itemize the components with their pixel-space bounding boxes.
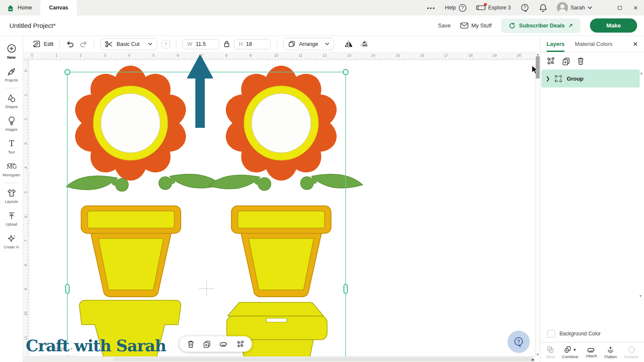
overflow-menu-button[interactable]: ••• bbox=[427, 5, 436, 11]
delete-icon[interactable] bbox=[187, 340, 194, 348]
contour-button: Contour bbox=[624, 346, 639, 359]
ruler-number: 15 bbox=[395, 53, 400, 57]
duplicate-layer-icon[interactable] bbox=[562, 57, 570, 65]
horizontal-scrollbar[interactable]: ▶ bbox=[23, 356, 535, 362]
ruler-number: 3 bbox=[24, 140, 28, 147]
tab-canvas[interactable]: Canvas bbox=[40, 0, 76, 15]
flower-shape-right[interactable] bbox=[222, 66, 341, 181]
user-name: Sarah bbox=[571, 5, 585, 11]
redo-button[interactable] bbox=[79, 40, 88, 48]
flip-horizontal-icon[interactable] bbox=[344, 40, 353, 48]
delete-layer-icon[interactable] bbox=[577, 57, 584, 65]
arrange-select[interactable]: Arrange bbox=[283, 38, 334, 50]
horizontal-scrollbar-thumb[interactable] bbox=[113, 358, 532, 361]
ruler-number: 7 bbox=[24, 237, 28, 244]
ruler-number: 2 bbox=[79, 53, 82, 57]
operation-type-select[interactable]: Basic Cut bbox=[100, 38, 157, 50]
app-logo-icon bbox=[7, 4, 14, 12]
weld-icon[interactable] bbox=[237, 340, 244, 348]
leaf-shape[interactable] bbox=[159, 174, 221, 190]
my-stuff-button[interactable]: My Stuff bbox=[460, 22, 492, 29]
make-button[interactable]: Make bbox=[590, 18, 637, 33]
left-sidebar: New Projects Shapes Images T Text MG Mon… bbox=[0, 36, 23, 362]
attach-button[interactable]: Attach bbox=[586, 347, 597, 358]
group-weld-icon[interactable] bbox=[547, 57, 555, 65]
svg-text:?: ? bbox=[523, 5, 526, 10]
help-circle-icon: ? bbox=[459, 4, 467, 12]
slice-icon bbox=[547, 346, 554, 353]
slice-button: Slice bbox=[546, 346, 555, 359]
watermark: Craft with Sarah bbox=[26, 336, 166, 355]
help-bubble-button[interactable]: ? bbox=[507, 331, 530, 353]
sidebar-item-shapes[interactable]: Shapes bbox=[0, 90, 23, 113]
edit-toolbar: Edit Basic Cut ? W bbox=[23, 36, 540, 52]
pot-shape-left[interactable] bbox=[81, 206, 181, 297]
question-bubble-icon: ? bbox=[513, 336, 524, 347]
tab-layers[interactable]: Layers bbox=[547, 36, 565, 52]
height-input[interactable] bbox=[246, 41, 265, 47]
help-menu[interactable]: Help ? bbox=[445, 4, 467, 12]
duplicate-icon[interactable] bbox=[203, 340, 211, 348]
window-close-button[interactable]: ✕ bbox=[633, 5, 638, 11]
feedback-icon[interactable]: ? bbox=[520, 3, 529, 12]
notifications-bell-icon[interactable] bbox=[539, 3, 547, 12]
lock-icon[interactable] bbox=[224, 40, 230, 48]
machine-status[interactable]: Explore 3 bbox=[476, 4, 511, 11]
undo-button[interactable] bbox=[66, 40, 75, 48]
slot-cutout bbox=[266, 318, 287, 322]
caret-down-icon: ▼ bbox=[573, 347, 577, 352]
selection-handle-top-left[interactable] bbox=[65, 69, 70, 75]
sidebar-item-images[interactable]: Images bbox=[0, 113, 23, 136]
sidebar-item-text[interactable]: T Text bbox=[0, 136, 23, 158]
background-color-swatch[interactable] bbox=[547, 330, 555, 338]
width-field[interactable]: W bbox=[182, 39, 219, 49]
flatten-button[interactable]: Flatten bbox=[605, 346, 617, 359]
expand-chevron-icon[interactable]: ❯ bbox=[546, 75, 550, 81]
flip-vertical-icon[interactable] bbox=[360, 40, 368, 48]
ruler-number: 1 bbox=[55, 53, 58, 57]
ruler-horizontal: 0 1 2 3 4 5 6 7 8 9 10 11 12 13 14 15 16… bbox=[23, 52, 535, 60]
arrow-shape[interactable] bbox=[186, 54, 214, 128]
edit-button[interactable]: Edit bbox=[33, 40, 53, 48]
sparkle-icon bbox=[6, 233, 17, 244]
window-controls: ✕ bbox=[606, 5, 638, 11]
ruler-number: 17 bbox=[444, 53, 448, 57]
design-canvas[interactable] bbox=[29, 60, 535, 356]
selection-handle-mid-right[interactable] bbox=[344, 284, 347, 293]
layer-row-group[interactable]: ❯ Group bbox=[541, 69, 640, 87]
leaf-shape[interactable] bbox=[209, 175, 271, 190]
selection-handle-top-right[interactable] bbox=[343, 69, 348, 75]
sidebar-item-projects[interactable]: Projects bbox=[0, 63, 23, 86]
selection-handle-mid-left[interactable] bbox=[66, 284, 69, 293]
sidebar-item-create-ai[interactable]: Create AI bbox=[0, 230, 23, 253]
sidebar-item-upload[interactable]: Upload bbox=[0, 208, 23, 230]
tab-material-colors[interactable]: Material Colors bbox=[575, 36, 612, 52]
ruler-number: 18 bbox=[468, 53, 473, 57]
combine-button[interactable]: ▼ Combine bbox=[562, 346, 578, 359]
sidebar-item-new[interactable]: New bbox=[0, 40, 23, 63]
subscriber-deals-button[interactable]: Subscriber Deals ↗ bbox=[501, 18, 580, 33]
vertical-scrollbar[interactable]: ▲ ▼ bbox=[535, 52, 540, 356]
envelope-icon bbox=[460, 22, 468, 29]
sidebar-item-monogram[interactable]: MG Monogram bbox=[0, 158, 23, 181]
height-field[interactable]: H bbox=[234, 39, 271, 49]
pot-shape-right[interactable] bbox=[231, 206, 331, 297]
user-menu[interactable]: Sarah bbox=[557, 2, 592, 13]
machine-icon bbox=[476, 4, 486, 11]
combine-icon bbox=[564, 346, 571, 353]
window-maximize-button[interactable] bbox=[617, 6, 622, 10]
svg-text:?: ? bbox=[517, 339, 520, 345]
ruler-number: 2 bbox=[24, 116, 28, 123]
width-input[interactable] bbox=[196, 41, 215, 47]
sidebar-item-layouts[interactable]: Layouts bbox=[0, 185, 23, 208]
leaf-shape[interactable] bbox=[301, 174, 363, 190]
flower-shape-left[interactable] bbox=[71, 66, 191, 181]
operation-help-badge[interactable]: ? bbox=[161, 40, 170, 48]
panel-close-button[interactable]: ✕ bbox=[632, 40, 638, 48]
svg-text:?: ? bbox=[462, 6, 464, 10]
vertical-scrollbar-thumb[interactable] bbox=[536, 56, 540, 78]
save-button[interactable]: Save bbox=[438, 22, 451, 29]
leaf-shape[interactable] bbox=[66, 176, 128, 191]
tab-home[interactable]: Home bbox=[0, 0, 40, 15]
attach-icon[interactable] bbox=[219, 341, 228, 347]
